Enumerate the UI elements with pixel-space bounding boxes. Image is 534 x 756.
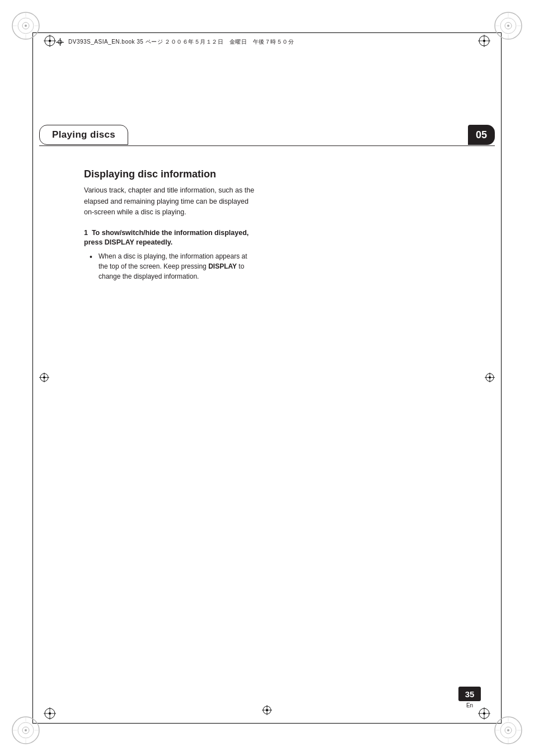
- file-info-bar: DV393S_ASIA_EN.book 35 ページ ２００６年５月１２日 金曜…: [56, 36, 478, 48]
- file-info-crosshair-icon: [56, 38, 64, 46]
- chapter-title-box: Playing discs: [39, 125, 128, 145]
- reg-mark-top-right: [478, 35, 490, 49]
- border-bottom: [32, 723, 502, 724]
- chapter-header: Playing discs 05: [39, 124, 495, 145]
- reg-mark-bottom-center: [262, 705, 272, 717]
- reg-mark-bottom-right: [478, 707, 490, 721]
- chapter-number: 05: [468, 125, 495, 145]
- bullet-item: When a disc is playing, the information …: [90, 251, 255, 281]
- border-top: [32, 32, 502, 33]
- page-number-area: 35 En: [458, 687, 481, 708]
- page-number-box: 35: [458, 687, 481, 701]
- disc-ornament-bottom-left: [11, 716, 40, 745]
- bullet-list: When a disc is playing, the information …: [84, 251, 364, 281]
- disc-ornament-top-left: [11, 11, 40, 40]
- chapter-divider: [39, 145, 495, 146]
- bullet-bold-text: DISPLAY: [208, 262, 237, 270]
- reg-mark-bottom-left: [44, 707, 56, 721]
- svg-point-3: [25, 25, 27, 27]
- page-container: DV393S_ASIA_EN.book 35 ページ ２００６年５月１２日 金曜…: [0, 0, 534, 756]
- disc-ornament-bottom-right: [494, 716, 523, 745]
- svg-point-19: [25, 729, 27, 731]
- disc-ornament-top-right: [494, 11, 523, 40]
- step-heading: 1 To show/switch/hide the information di…: [84, 228, 263, 248]
- border-left: [32, 32, 33, 724]
- instruction-step: 1 To show/switch/hide the information di…: [84, 228, 364, 281]
- file-info-text: DV393S_ASIA_EN.book 35 ページ ２００６年５月１２日 金曜…: [68, 38, 294, 46]
- svg-point-27: [507, 729, 509, 731]
- step-heading-text: To show/switch/hide the information disp…: [84, 229, 249, 247]
- main-content: Displaying disc information Various trac…: [84, 168, 364, 288]
- page-lang: En: [466, 702, 473, 708]
- svg-point-11: [507, 25, 509, 27]
- section-intro: Various track, chapter and title informa…: [84, 185, 257, 218]
- step-number: 1: [84, 229, 92, 237]
- reg-mark-top-left: [44, 35, 56, 49]
- chapter-title: Playing discs: [52, 129, 115, 140]
- reg-mark-left-mid: [39, 372, 49, 384]
- section-title: Displaying disc information: [84, 168, 364, 181]
- reg-mark-right-mid: [485, 372, 495, 384]
- border-right: [501, 32, 502, 724]
